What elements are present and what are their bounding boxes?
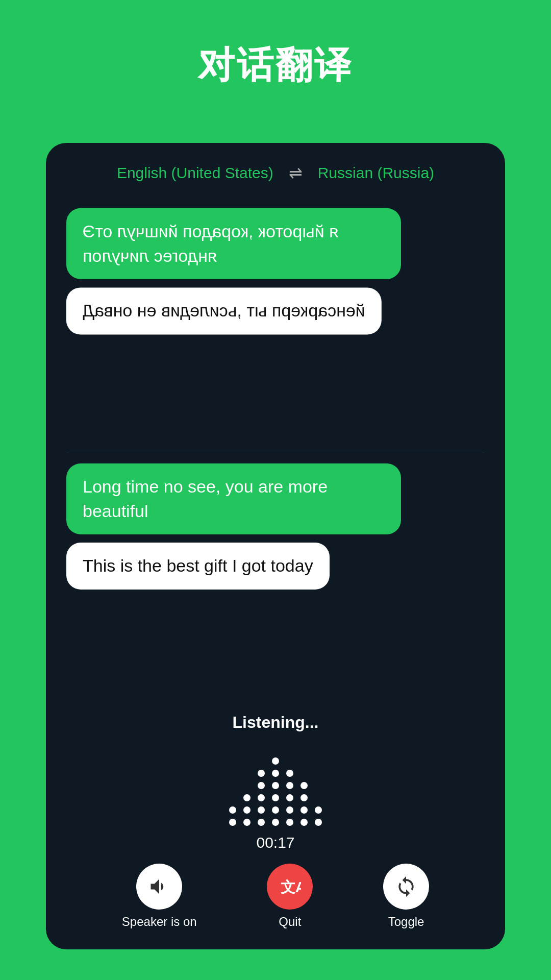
dot bbox=[272, 757, 279, 765]
dot bbox=[272, 794, 279, 801]
dot bbox=[258, 782, 265, 789]
dot bbox=[229, 806, 236, 814]
controls: Speaker is on 文A Quit Toggle bbox=[46, 864, 505, 939]
dot bbox=[243, 806, 251, 814]
message-bubble-green: Long time no see, you are more beautiful bbox=[66, 463, 401, 534]
waveform-col-2 bbox=[243, 794, 251, 826]
waveform-col-7 bbox=[315, 806, 322, 826]
swap-icon[interactable]: ⇌ bbox=[289, 163, 303, 183]
dot bbox=[229, 819, 236, 826]
toggle-button[interactable] bbox=[383, 864, 429, 910]
dot bbox=[272, 782, 279, 789]
listening-section: Listening... bbox=[46, 708, 505, 949]
dot bbox=[286, 806, 293, 814]
timer: 00:17 bbox=[256, 834, 294, 851]
dot bbox=[272, 806, 279, 814]
dot bbox=[243, 794, 251, 801]
speaker-button[interactable] bbox=[136, 864, 182, 910]
message-bubble-white: This is the best gift I got today bbox=[66, 543, 330, 590]
dot bbox=[258, 819, 265, 826]
listening-status: Listening... bbox=[233, 713, 319, 732]
speaker-icon bbox=[148, 875, 170, 898]
dot bbox=[258, 770, 265, 777]
language-header: English (United States) ⇌ Russian (Russi… bbox=[46, 143, 505, 198]
waveform-col-4 bbox=[272, 757, 279, 826]
dot bbox=[258, 794, 265, 801]
dot bbox=[286, 794, 293, 801]
quit-button[interactable]: 文A bbox=[267, 864, 313, 910]
dot bbox=[300, 794, 308, 801]
upper-chat: Давно не виделись, ты прекрасней Это луч… bbox=[46, 198, 505, 453]
dot bbox=[300, 782, 308, 789]
message-bubble-flipped-green: Это лучший подарок, который я получил се… bbox=[66, 208, 401, 279]
dot bbox=[286, 770, 293, 777]
translate-icon: 文A bbox=[279, 875, 301, 898]
dot bbox=[286, 819, 293, 826]
toggle-icon bbox=[395, 875, 417, 898]
lower-chat: Long time no see, you are more beautiful… bbox=[46, 453, 505, 708]
dot bbox=[286, 782, 293, 789]
main-card: English (United States) ⇌ Russian (Russi… bbox=[46, 143, 505, 949]
dot bbox=[243, 819, 251, 826]
dot bbox=[272, 770, 279, 777]
dot bbox=[272, 819, 279, 826]
speaker-label: Speaker is on bbox=[122, 915, 197, 929]
lang-left[interactable]: English (United States) bbox=[117, 164, 273, 182]
waveform-col-1 bbox=[229, 806, 236, 826]
waveform-col-6 bbox=[300, 782, 308, 826]
dot bbox=[300, 819, 308, 826]
chat-area: Давно не виделись, ты прекрасней Это луч… bbox=[46, 198, 505, 708]
toggle-control[interactable]: Toggle bbox=[383, 864, 429, 929]
waveform bbox=[229, 744, 322, 826]
dot bbox=[300, 806, 308, 814]
speaker-control[interactable]: Speaker is on bbox=[122, 864, 197, 929]
quit-label: Quit bbox=[279, 915, 301, 929]
quit-control[interactable]: 文A Quit bbox=[267, 864, 313, 929]
toggle-label: Toggle bbox=[388, 915, 424, 929]
lang-right[interactable]: Russian (Russia) bbox=[318, 164, 434, 182]
dot bbox=[258, 806, 265, 814]
dot bbox=[315, 819, 322, 826]
svg-text:文A: 文A bbox=[281, 878, 301, 895]
waveform-col-3 bbox=[258, 770, 265, 826]
dot bbox=[315, 806, 322, 814]
message-bubble-flipped-white: Давно не виделись, ты прекрасней bbox=[66, 287, 382, 334]
app-title: 对话翻译 bbox=[0, 0, 551, 90]
waveform-col-5 bbox=[286, 770, 293, 826]
